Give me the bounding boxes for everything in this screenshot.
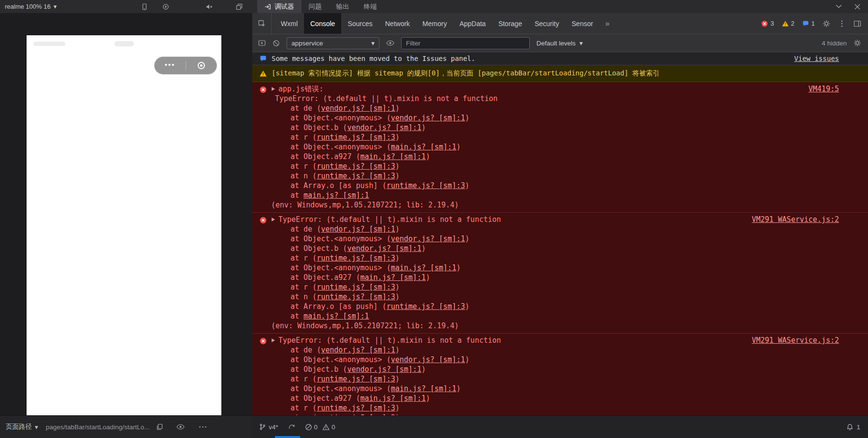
- tab-storage[interactable]: Storage: [492, 13, 528, 34]
- eye-icon: [386, 40, 394, 46]
- more-actions-button[interactable]: ⋯: [198, 423, 207, 431]
- tab-wxml[interactable]: Wxml: [275, 13, 304, 34]
- tab-debugger[interactable]: 调试器: [257, 0, 302, 13]
- wechat-devtools-window: realme 100% 16 ▾: [0, 0, 868, 438]
- record-icon: [162, 3, 169, 10]
- stack-frame-link[interactable]: runtime.js? [sm]:3: [317, 254, 395, 263]
- problems-item[interactable]: 0 0: [305, 423, 335, 431]
- more-options-icon[interactable]: ⋮: [838, 20, 846, 28]
- clear-console-button[interactable]: [273, 40, 280, 47]
- git-branch-item[interactable]: v4*: [259, 423, 278, 431]
- stack-frame: at r (runtime.js? [sm]:3): [252, 253, 868, 263]
- collapse-debugger-button[interactable]: [836, 4, 842, 9]
- stack-frame-link[interactable]: vendor.js? [sm]:1: [347, 123, 421, 132]
- exit-icon[interactable]: [186, 62, 217, 69]
- message-source-link[interactable]: VM291 WAService.js:2: [752, 336, 839, 345]
- stack-frame-link[interactable]: runtime.js? [sm]:3: [317, 133, 395, 142]
- close-debugger-button[interactable]: [854, 4, 860, 10]
- stack-frame-link[interactable]: main.js? [sm]:1: [361, 273, 426, 282]
- context-selector[interactable]: appservice ▾: [287, 37, 379, 49]
- sync-button[interactable]: [288, 423, 295, 431]
- stack-frame-link[interactable]: vendor.js? [sm]:1: [347, 244, 421, 253]
- tab-security[interactable]: Security: [528, 13, 565, 34]
- console-settings-button[interactable]: [854, 39, 861, 47]
- stack-frame-link[interactable]: vendor.js? [sm]:1: [391, 234, 465, 243]
- stack-frame-link[interactable]: runtime.js? [sm]:3: [317, 172, 395, 180]
- stack-frame: at n (runtime.js? [sm]:3): [252, 292, 868, 302]
- stack-frame-link[interactable]: runtime.js? [sm]:3: [317, 162, 395, 171]
- message-source-link[interactable]: VM419:5: [809, 84, 839, 94]
- stack-frame-link[interactable]: runtime.js? [sm]:3: [387, 181, 465, 190]
- tab-sources[interactable]: Sources: [341, 13, 378, 34]
- stack-frame-link[interactable]: runtime.js? [sm]:3: [387, 302, 465, 311]
- stack-frame-link[interactable]: runtime.js? [sm]:3: [317, 283, 395, 292]
- tab-memory[interactable]: Memory: [416, 13, 453, 34]
- stack-frame-link[interactable]: vendor.js? [sm]:1: [321, 225, 395, 234]
- env-info: (env: Windows,mp,1.05.2107221; lib: 2.19…: [252, 321, 868, 331]
- stack-frame-link[interactable]: runtime.js? [sm]:3: [317, 404, 395, 412]
- tab-sensor[interactable]: Sensor: [565, 13, 599, 34]
- filter-input[interactable]: [401, 37, 530, 49]
- simulator-toolbar: realme 100% 16 ▾: [0, 0, 252, 13]
- tab-issues[interactable]: 问题: [302, 0, 329, 13]
- gear-icon: [854, 39, 861, 47]
- stack-frame-link[interactable]: runtime.js? [sm]:3: [317, 375, 395, 383]
- multi-console-button[interactable]: [258, 39, 266, 47]
- tab-network[interactable]: Network: [379, 13, 416, 34]
- console-message-error: VM291 WAService.js:2TypeError: (t.defaul…: [252, 334, 868, 415]
- stack-frame-link[interactable]: main.js? [sm]:1: [304, 191, 369, 200]
- tab-output[interactable]: 输出: [329, 0, 357, 13]
- page-path-selector[interactable]: 页面路径 ▾: [6, 423, 38, 431]
- stack-frame: at Object.<anonymous> (vendor.js? [sm]:1…: [252, 355, 868, 365]
- message-source-link[interactable]: VM291 WAService.js:2: [752, 215, 839, 224]
- more-tabs-button[interactable]: »: [599, 13, 615, 34]
- stack-frame-link[interactable]: main.js? [sm]:1: [391, 263, 456, 272]
- debugger-icon: [264, 3, 271, 10]
- detach-window-button[interactable]: [236, 3, 243, 10]
- stack-frame-link[interactable]: main.js? [sm]:1: [391, 143, 456, 151]
- notifications-item[interactable]: 1: [846, 423, 860, 431]
- device-orientation-button[interactable]: [141, 3, 148, 10]
- expand-icon[interactable]: [272, 87, 275, 91]
- stack-frame: at main.js? [sm]:1: [252, 190, 868, 200]
- error-count-badge[interactable]: 3: [761, 20, 774, 27]
- live-expression-button[interactable]: [386, 40, 394, 46]
- more-icon[interactable]: •••: [155, 61, 186, 70]
- device-selector[interactable]: realme 100% 16 ▾: [5, 3, 57, 10]
- stack-frame: at main.js? [sm]:1: [252, 311, 868, 321]
- devtools-settings-button[interactable]: [823, 20, 830, 28]
- stack-frame-link[interactable]: runtime.js? [sm]:3: [317, 292, 395, 301]
- issues-flag-icon: [260, 55, 267, 62]
- mute-button[interactable]: [206, 3, 213, 10]
- tab-label: 调试器: [275, 2, 294, 11]
- view-issues-link[interactable]: View issues: [794, 55, 839, 62]
- record-button[interactable]: [162, 3, 169, 10]
- clear-icon: [273, 40, 280, 47]
- copy-icon: [156, 423, 163, 430]
- debugger-tabs: 调试器问题输出终端: [257, 0, 384, 13]
- tab-terminal[interactable]: 终端: [357, 0, 384, 13]
- stack-frame-link[interactable]: vendor.js? [sm]:1: [321, 346, 395, 354]
- stack-frame: at Object.<anonymous> (main.js? [sm]:1): [252, 263, 868, 273]
- dock-side-button[interactable]: [854, 20, 861, 28]
- stack-frame-link[interactable]: vendor.js? [sm]:1: [321, 104, 395, 113]
- stack-frame-link[interactable]: main.js? [sm]:1: [391, 384, 456, 393]
- tab-appdata[interactable]: AppData: [453, 13, 492, 34]
- expand-icon[interactable]: [272, 338, 275, 342]
- stack-frame-link[interactable]: vendor.js? [sm]:1: [347, 365, 421, 374]
- preview-page-button[interactable]: [176, 424, 185, 430]
- tab-console[interactable]: Console: [304, 13, 341, 34]
- stack-frame-link[interactable]: main.js? [sm]:1: [361, 394, 426, 403]
- stack-frame-link[interactable]: main.js? [sm]:1: [361, 152, 426, 161]
- stack-frame-link[interactable]: vendor.js? [sm]:1: [391, 355, 465, 364]
- warning-count-badge[interactable]: 2: [782, 20, 795, 27]
- stack-frame-link[interactable]: vendor.js? [sm]:1: [391, 114, 465, 122]
- copy-path-button[interactable]: [156, 423, 163, 430]
- stack-frame-link[interactable]: main.js? [sm]:1: [304, 312, 369, 321]
- expand-icon[interactable]: [272, 218, 275, 221]
- issues-count-badge[interactable]: 1: [802, 20, 815, 27]
- stack-frame: at Array.o [as push] (runtime.js? [sm]:3…: [252, 181, 868, 190]
- log-levels-selector[interactable]: Default levels ▾: [536, 39, 583, 47]
- inspect-element-button[interactable]: [252, 13, 272, 34]
- debugger-panel: 调试器问题输出终端 WxmlConsoleSourcesNetworkMemor…: [252, 0, 868, 438]
